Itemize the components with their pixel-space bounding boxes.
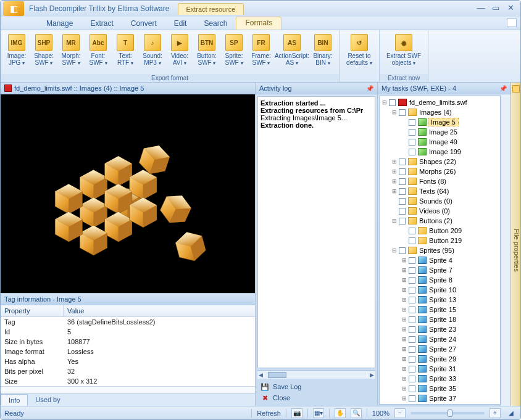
taginfo-col-value[interactable]: Value	[64, 305, 88, 316]
tab-manage[interactable]: Manage	[38, 19, 81, 28]
camera-icon[interactable]: 📷	[291, 408, 302, 418]
checkbox[interactable]	[389, 99, 396, 106]
checkbox[interactable]	[409, 287, 415, 294]
expand-icon[interactable]: ⊞	[401, 346, 407, 352]
checkbox[interactable]	[409, 366, 415, 373]
activity-log[interactable]: Extraction started ...Extracting resourc…	[257, 96, 375, 368]
checkbox[interactable]	[409, 149, 415, 155]
expand-icon[interactable]: ⊞	[401, 395, 407, 401]
taginfo-row[interactable]: Id5	[1, 327, 255, 337]
pin-icon[interactable]: 📌	[366, 85, 373, 92]
expand-icon[interactable]: ⊞	[401, 307, 407, 313]
expand-icon[interactable]: ⊞	[401, 287, 407, 293]
zoom-tool-icon[interactable]: 🔍	[351, 408, 362, 418]
tree-group[interactable]: Videos (0)	[381, 206, 499, 216]
tree-group[interactable]: ⊞Morphs (26)	[381, 167, 499, 176]
ribbon-button-button[interactable]: BTNButton:SWF ▾	[193, 33, 220, 74]
checkbox[interactable]	[409, 385, 415, 392]
tab-edit[interactable]: Edit	[165, 19, 196, 28]
checkbox[interactable]	[399, 188, 406, 195]
tree-sprite[interactable]: ⊞Sprite 35	[381, 384, 499, 393]
ribbon-binary-button[interactable]: BINBinary:BIN ▾	[309, 33, 336, 74]
tab-formats[interactable]: Formats	[236, 17, 281, 30]
zoom-in-button[interactable]: +	[490, 408, 501, 418]
ribbon-sprite-button[interactable]: SPSprite:SWF ▾	[220, 33, 248, 74]
tree-button[interactable]: Button 219	[381, 236, 499, 245]
scroll-thumb[interactable]	[268, 372, 286, 378]
expand-icon[interactable]: ⊞	[401, 336, 407, 342]
checkbox[interactable]	[409, 277, 415, 284]
expand-icon[interactable]: ⊞	[391, 178, 398, 184]
taginfo-row[interactable]: Bits per pixel32	[1, 366, 255, 376]
grid-view-icon[interactable]: ▦▾	[313, 408, 324, 418]
ribbon-actionscript-button[interactable]: ASActionScript:AS ▾	[275, 33, 309, 74]
tree-group[interactable]: ⊞Shapes (22)	[381, 157, 499, 167]
taginfo-row[interactable]: Has alphaYes	[1, 356, 255, 366]
checkbox[interactable]	[409, 316, 415, 323]
save-log-button[interactable]: 💾 Save Log	[260, 381, 372, 392]
tree-sprite[interactable]: ⊞Sprite 18	[381, 315, 499, 324]
checkbox[interactable]	[409, 336, 415, 343]
tree-sprite[interactable]: ⊞Sprite 15	[381, 305, 499, 315]
expand-icon[interactable]: ⊟	[391, 247, 398, 253]
tree-group[interactable]: ⊞Texts (64)	[381, 186, 499, 196]
file-properties-tab[interactable]: File properties	[511, 83, 520, 406]
checkbox[interactable]	[399, 247, 406, 254]
checkbox[interactable]	[409, 257, 415, 264]
checkbox[interactable]	[399, 109, 406, 116]
tree-button[interactable]: Button 209	[381, 226, 499, 236]
tree-image[interactable]: Image 5	[381, 117, 499, 127]
taginfo-col-property[interactable]: Property	[1, 305, 64, 316]
tree-sprite[interactable]: ⊞Sprite 4	[381, 255, 499, 265]
tab-info[interactable]: Info	[1, 394, 28, 406]
checkbox[interactable]	[399, 168, 406, 175]
tree-sprites[interactable]: ⊟Sprites (95)	[381, 245, 499, 255]
expand-icon[interactable]: ⊞	[391, 188, 398, 194]
checkbox[interactable]	[409, 119, 415, 126]
tree-sprite[interactable]: ⊞Sprite 10	[381, 285, 499, 295]
tab-extract[interactable]: Extract	[81, 19, 122, 28]
ribbon-sound-button[interactable]: ♪Sound:MP3 ▾	[139, 33, 166, 74]
ribbon-frame-button[interactable]: FRFrame:SWF ▾	[248, 33, 275, 74]
context-tab-extract[interactable]: Extract resource	[178, 3, 243, 15]
tree-sprite[interactable]: ⊞Sprite 8	[381, 275, 499, 285]
ribbon-image-button[interactable]: IMGImage:JPG ▾	[3, 33, 30, 74]
tree-group[interactable]: ⊞Fonts (8)	[381, 176, 499, 186]
ribbon-morph-button[interactable]: MRMorph:SWF ▾	[57, 33, 85, 74]
tree-image[interactable]: Image 25	[381, 127, 499, 137]
ribbon-reet to-button[interactable]: ↺Reset todefaults ▾	[342, 33, 377, 81]
checkbox[interactable]	[399, 218, 406, 224]
tab-used-by[interactable]: Used by	[28, 394, 67, 406]
ribbon-video-button[interactable]: ▶Video:AVI ▾	[166, 33, 193, 74]
taginfo-row[interactable]: Tag36 (stagDefineBitsLossless2)	[1, 317, 255, 327]
ribbon-font-button[interactable]: AbcFont:SWF ▾	[85, 33, 112, 74]
pin-icon[interactable]: 📌	[499, 85, 507, 92]
tree-images[interactable]: ⊟Images (4)	[381, 107, 499, 117]
checkbox[interactable]	[399, 159, 406, 165]
minimize-button[interactable]: —	[473, 3, 488, 14]
ribbon-extract swf-button[interactable]: ◉Extract SWFobjects ▾	[382, 33, 425, 74]
checkbox[interactable]	[409, 326, 415, 333]
expand-icon[interactable]: ⊞	[401, 316, 407, 323]
checkbox[interactable]	[409, 297, 415, 303]
tree-sprite[interactable]: ⊞Sprite 27	[381, 344, 499, 354]
expand-icon[interactable]: ⊞	[391, 159, 398, 165]
activity-hscroll[interactable]: ◀ ▶	[257, 370, 375, 379]
ribbon-options-icon[interactable]	[507, 19, 517, 27]
expand-icon[interactable]: ⊞	[401, 297, 407, 303]
checkbox[interactable]	[399, 178, 406, 185]
checkbox[interactable]	[409, 346, 415, 353]
checkbox[interactable]	[409, 129, 415, 136]
resize-grip-icon[interactable]: ◢	[506, 408, 517, 418]
ribbon-text-button[interactable]: TText:RTF ▾	[112, 33, 139, 74]
tree-sprite[interactable]: ⊞Sprite 29	[381, 354, 499, 364]
expand-icon[interactable]: ⊞	[401, 356, 407, 362]
checkbox[interactable]	[409, 395, 415, 402]
expand-icon[interactable]: ⊞	[401, 277, 407, 283]
maximize-button[interactable]: ▭	[488, 3, 503, 14]
tree-sprite[interactable]: ⊞Sprite 13	[381, 295, 499, 305]
checkbox[interactable]	[409, 356, 415, 363]
tree-sprite[interactable]: ⊞Sprite 23	[381, 324, 499, 334]
tree-vscroll[interactable]	[501, 94, 511, 406]
close-button[interactable]: ✕	[503, 3, 518, 14]
